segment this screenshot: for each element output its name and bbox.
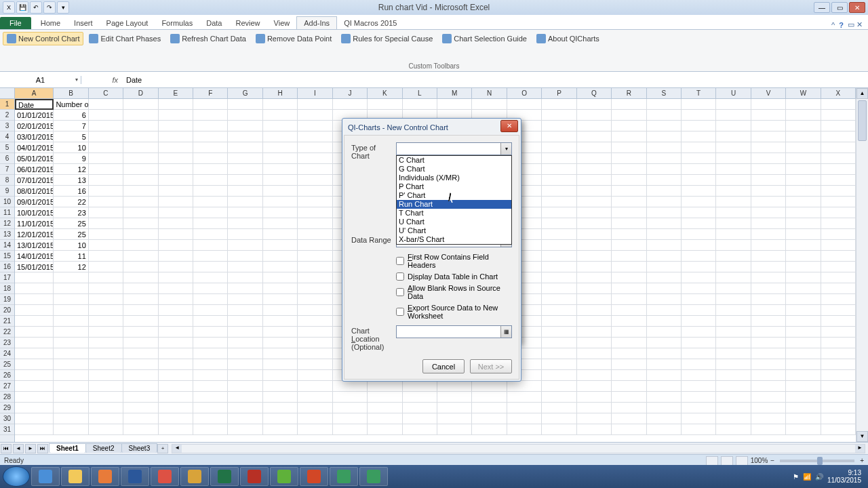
cell-C29[interactable] [89, 403, 123, 413]
cell-T29[interactable] [682, 403, 716, 413]
chart-type-option[interactable]: P' Chart [397, 191, 511, 200]
col-header-W[interactable]: W [786, 88, 821, 98]
cell-X11[interactable] [821, 207, 856, 218]
cell-C19[interactable] [89, 294, 123, 305]
zoom-out-icon[interactable]: − [770, 457, 774, 464]
cell-B18[interactable] [54, 283, 88, 294]
cell-B14[interactable]: 10 [54, 240, 88, 251]
cell-N27[interactable] [472, 381, 507, 392]
col-header-Q[interactable]: Q [577, 88, 612, 98]
cell-E5[interactable] [159, 142, 193, 153]
col-header-N[interactable]: N [472, 88, 507, 98]
cell-I21[interactable] [298, 316, 332, 327]
qat-more-icon[interactable]: ▾ [57, 1, 69, 14]
export-data-checkbox[interactable] [396, 308, 404, 316]
cell-R23[interactable] [612, 338, 646, 348]
cell-P23[interactable] [542, 338, 576, 348]
cell-G10[interactable] [228, 197, 262, 207]
cell-W3[interactable] [786, 121, 821, 131]
cell-B17[interactable] [54, 272, 88, 283]
cell-D26[interactable] [123, 370, 158, 381]
cell-A21[interactable] [15, 316, 54, 327]
cell-X9[interactable] [821, 186, 856, 197]
cell-A18[interactable] [15, 283, 54, 294]
cell-L28[interactable] [403, 392, 437, 403]
cell-A22[interactable] [15, 327, 54, 338]
cell-N30[interactable] [472, 413, 507, 424]
first-row-headers-check[interactable]: FFirst Row Contains Field Headersirst Ro… [351, 253, 512, 269]
cell-H1[interactable] [263, 99, 298, 110]
cell-D17[interactable] [123, 272, 158, 283]
cell-W22[interactable] [786, 327, 821, 338]
dialog-title-bar[interactable]: QI-Charts - New Control Chart ✕ [344, 120, 519, 135]
cell-P4[interactable] [542, 131, 576, 142]
cell-G28[interactable] [228, 392, 262, 403]
cell-X7[interactable] [821, 164, 856, 175]
cell-F25[interactable] [193, 359, 228, 370]
cell-E8[interactable] [159, 175, 193, 186]
cell-B6[interactable]: 9 [54, 153, 88, 164]
cell-E15[interactable] [159, 251, 193, 262]
display-table-check[interactable]: Display Data Table in Chart [351, 272, 512, 281]
cell-C27[interactable] [89, 381, 123, 392]
cell-G13[interactable] [228, 229, 262, 240]
cell-W26[interactable] [786, 370, 821, 381]
cell-V23[interactable] [751, 338, 786, 348]
cell-U18[interactable] [716, 283, 751, 294]
cell-W17[interactable] [786, 272, 821, 283]
cell-W14[interactable] [786, 240, 821, 251]
cell-P20[interactable] [542, 305, 576, 316]
cell-E9[interactable] [159, 186, 193, 197]
cell-A13[interactable]: 12/01/2015 [15, 229, 54, 240]
cell-H6[interactable] [263, 153, 298, 164]
cell-D12[interactable] [123, 218, 158, 229]
cell-I23[interactable] [298, 338, 332, 348]
col-header-P[interactable]: P [542, 88, 576, 98]
cell-D27[interactable] [123, 381, 158, 392]
cell-C4[interactable] [89, 131, 123, 142]
cell-B29[interactable] [54, 403, 88, 413]
cell-O30[interactable] [507, 413, 542, 424]
cell-E19[interactable] [159, 294, 193, 305]
cell-F19[interactable] [193, 294, 228, 305]
taskbar-app2[interactable] [330, 467, 358, 486]
cell-T9[interactable] [682, 186, 716, 197]
col-header-D[interactable]: D [123, 88, 158, 98]
chart-location-input[interactable] [396, 325, 512, 338]
cell-F16[interactable] [193, 262, 228, 272]
sheet-nav-first[interactable]: ⏮ [1, 444, 12, 453]
cell-R29[interactable] [612, 403, 646, 413]
hscroll-right-icon[interactable]: ► [855, 445, 865, 453]
cell-T8[interactable] [682, 175, 716, 186]
cell-T20[interactable] [682, 305, 716, 316]
cell-X29[interactable] [821, 403, 856, 413]
cell-J28[interactable] [333, 392, 368, 403]
cell-T12[interactable] [682, 218, 716, 229]
cell-S2[interactable] [647, 110, 682, 121]
cell-V24[interactable] [751, 348, 786, 359]
cell-C20[interactable] [89, 305, 123, 316]
cell-S28[interactable] [647, 392, 682, 403]
cell-W2[interactable] [786, 110, 821, 121]
cell-G2[interactable] [228, 110, 262, 121]
cell-T3[interactable] [682, 121, 716, 131]
ribbon-tab-qi-macros-2015[interactable]: QI Macros 2015 [337, 17, 403, 29]
cell-H25[interactable] [263, 359, 298, 370]
cell-C14[interactable] [89, 240, 123, 251]
cell-E27[interactable] [159, 381, 193, 392]
cell-J29[interactable] [333, 403, 368, 413]
addin-about-qicharts[interactable]: About QICharts [532, 32, 604, 45]
type-of-chart-input[interactable] [396, 142, 512, 155]
taskbar-chrome[interactable] [151, 467, 179, 486]
sheet-nav-last[interactable]: ⏭ [37, 444, 48, 453]
cell-I18[interactable] [298, 283, 332, 294]
hscroll-left-icon[interactable]: ◄ [172, 445, 182, 453]
window-controls-small[interactable]: ▭ ✕ [848, 20, 863, 29]
cell-R25[interactable] [612, 359, 646, 370]
cell-P31[interactable] [542, 424, 576, 435]
cell-X17[interactable] [821, 272, 856, 283]
cell-X23[interactable] [821, 338, 856, 348]
cell-S19[interactable] [647, 294, 682, 305]
row-header-28[interactable]: 28 [0, 392, 14, 403]
cell-X5[interactable] [821, 142, 856, 153]
